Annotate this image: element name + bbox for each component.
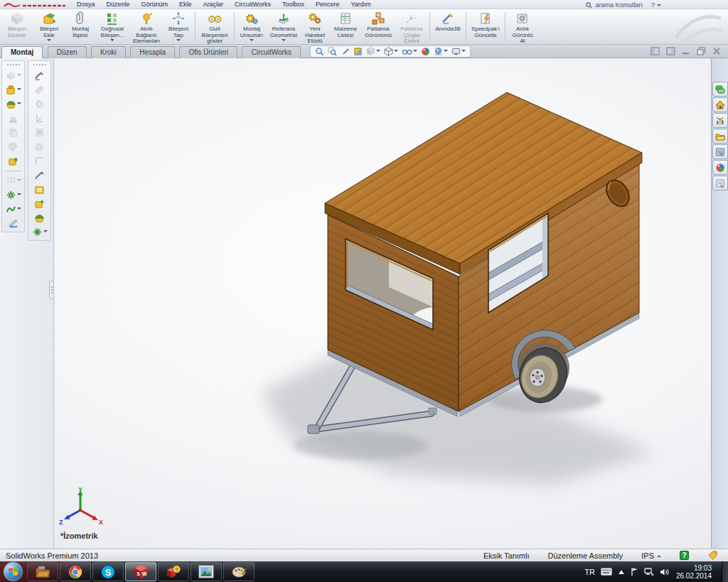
sw-forum-tab[interactable]	[712, 113, 728, 128]
3d-sketch-tool[interactable]	[34, 70, 45, 81]
help-menu[interactable]: ?	[651, 1, 661, 9]
toolbar-drag-handle[interactable]	[7, 64, 20, 65]
section-view-button[interactable]	[353, 47, 363, 56]
appearances-scenes-tab[interactable]	[712, 160, 728, 175]
graphics-viewport[interactable]: Y X Z *İzometrik	[55, 58, 711, 549]
insert-component-tool[interactable]	[6, 85, 21, 95]
flexible-component-tool[interactable]	[6, 204, 21, 215]
menu-yardim[interactable]: Yardım	[346, 1, 377, 9]
snapshot-button[interactable]: Anlık Görüntü Al	[507, 10, 538, 43]
display-style-button[interactable]	[384, 47, 398, 56]
coordinate-system-tool[interactable]	[34, 113, 45, 124]
smart-fastener-tool[interactable]	[34, 198, 45, 209]
menu-pencere[interactable]: Pencere	[310, 1, 346, 9]
action-center-flag-icon[interactable]	[631, 567, 638, 576]
taskbar-windows-explorer[interactable]	[27, 562, 58, 581]
reload-tool[interactable]	[8, 218, 18, 229]
pane-right-toggle-button[interactable]	[666, 47, 675, 55]
hidden-icons-button[interactable]	[618, 569, 625, 575]
mass-properties-tool[interactable]	[34, 99, 45, 109]
view-settings-button[interactable]	[451, 47, 466, 56]
tab-ofis-urunleri[interactable]: Ofis Ürünleri	[179, 46, 237, 58]
taskbar-photo-viewer[interactable]	[191, 562, 222, 581]
taskbar-solidworks[interactable]: SW	[125, 562, 156, 581]
assembly-features-button[interactable]: Montaj Unsurları	[236, 10, 267, 43]
taskbar-google-chrome[interactable]	[60, 562, 91, 581]
solidworks-resources-tab[interactable]	[712, 82, 728, 97]
tab-montaj[interactable]: Montaj	[1, 46, 43, 58]
apply-scene-button[interactable]	[434, 47, 448, 56]
explode-lines-button[interactable]: Patlatma Çizgisi Çizimi	[395, 10, 428, 43]
pattern-tool[interactable]	[6, 176, 21, 186]
instant3d-button[interactable]: Anında3B	[432, 10, 464, 43]
equations-tool[interactable]	[34, 127, 45, 138]
promote-tool[interactable]	[8, 113, 18, 124]
home-tab[interactable]	[712, 97, 728, 112]
volume-icon[interactable]	[660, 568, 669, 576]
menu-duzenle[interactable]: Düzenle	[101, 1, 136, 9]
edit-component-button[interactable]: Bileşen Düzele	[1, 10, 33, 43]
linear-pattern-button[interactable]: Doğrusal Bileşen...	[95, 10, 129, 43]
zoom-to-fit-button[interactable]	[315, 47, 324, 56]
mate-button[interactable]: Montaj İlişkisi	[65, 10, 95, 43]
restore-button[interactable]	[697, 47, 706, 55]
menu-circuitworks[interactable]: CircuitWorks	[229, 1, 277, 9]
show-hidden-components-button[interactable]: Gizli Bileşenleri göster	[197, 10, 232, 43]
exploded-view-button[interactable]: Patlatma Görünümü	[361, 10, 395, 43]
reference-geometry-button[interactable]: Referans Geometrisi	[267, 10, 300, 43]
envelope-tool[interactable]	[34, 212, 45, 223]
surface-tool[interactable]	[34, 141, 45, 152]
tags-icon[interactable]	[707, 551, 718, 560]
custom-properties-tab[interactable]	[712, 176, 728, 190]
minimize-button[interactable]	[682, 47, 690, 55]
mate-flyout-tool[interactable]	[32, 227, 48, 237]
close-button[interactable]	[712, 47, 721, 55]
taskbar-clock[interactable]: 19:03 26.02.2014	[676, 564, 712, 580]
panel-splitter-handle[interactable]	[49, 281, 54, 299]
mate-tool[interactable]	[6, 190, 21, 200]
menu-dosya[interactable]: Dosya	[71, 1, 101, 9]
tab-circuitworks[interactable]: CircuitWorks	[242, 46, 300, 58]
smart-fasteners-button[interactable]: Akıllı Bağlantı Elemanları	[129, 10, 164, 43]
speedpak-button[interactable]: Speedpak'ı Güncelle	[468, 10, 503, 43]
network-icon[interactable]	[644, 568, 654, 576]
smart-component-tool[interactable]	[8, 156, 18, 166]
motion-study-button[interactable]: Yeni Hareket Etüdü	[300, 10, 330, 43]
unit-system-selector[interactable]: IPS	[641, 551, 661, 560]
taskbar-paint[interactable]	[223, 562, 255, 581]
file-explorer-tab[interactable]	[712, 144, 728, 159]
menu-araclar[interactable]: Araçlar	[198, 1, 230, 9]
show-desktop-button[interactable]	[722, 561, 728, 582]
zoom-to-area-button[interactable]	[328, 47, 337, 56]
tab-duzen[interactable]: Düzen	[48, 46, 87, 58]
menu-ekle[interactable]: Ekle	[173, 1, 198, 9]
menu-toolbox[interactable]: Toolbox	[277, 1, 310, 9]
edit-component-tool[interactable]	[6, 70, 21, 81]
cavity-tool[interactable]	[8, 141, 18, 152]
language-indicator[interactable]: TR	[584, 568, 595, 576]
design-library-tab[interactable]	[712, 129, 728, 144]
search-commands[interactable]: arama Komutları	[586, 1, 643, 9]
previous-view-button[interactable]	[341, 47, 350, 56]
with-mate-tool[interactable]	[6, 99, 21, 109]
view-orientation-button[interactable]	[366, 47, 380, 56]
keyboard-icon[interactable]	[601, 568, 612, 576]
insert-part-tool[interactable]	[34, 184, 45, 195]
fillet-tool[interactable]	[34, 156, 45, 166]
toolbar-drag-handle[interactable]	[33, 64, 46, 65]
tab-kroki[interactable]: Kroki	[91, 46, 126, 58]
bom-button[interactable]: Malzeme Listesi	[330, 10, 361, 43]
tab-hesapla[interactable]: Hesapla	[130, 46, 175, 58]
menu-gorunum[interactable]: Görünüm	[136, 1, 174, 9]
hide-show-items-button[interactable]	[402, 47, 417, 56]
copy-component-tool[interactable]	[8, 127, 18, 138]
measure-tool[interactable]	[34, 85, 45, 95]
taskbar-solidworks-rx[interactable]: ?	[158, 562, 189, 581]
edit-appearance-button[interactable]	[421, 47, 430, 56]
quick-tips-button[interactable]: ?	[680, 551, 689, 560]
start-button[interactable]	[4, 562, 23, 581]
sketch-tool[interactable]	[34, 170, 45, 180]
insert-component-button[interactable]: Bileşen Ekle	[33, 10, 65, 43]
pane-left-toggle-button[interactable]	[651, 47, 660, 55]
taskbar-skype[interactable]: S	[92, 562, 124, 581]
